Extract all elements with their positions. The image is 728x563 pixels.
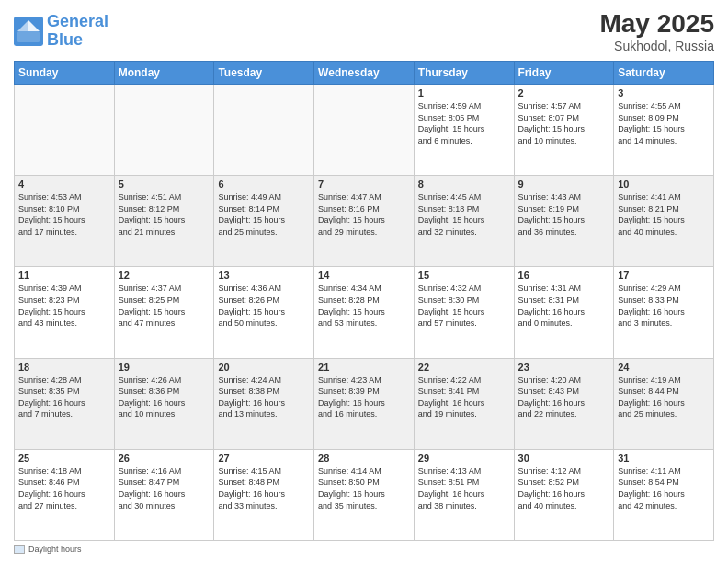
logo-line1: General	[47, 12, 108, 30]
day-number: 3	[618, 87, 710, 98]
calendar-cell	[15, 85, 115, 176]
calendar-footer: Daylight hours	[14, 545, 714, 554]
calendar-week-row: 1Sunrise: 4:59 AM Sunset: 8:05 PM Daylig…	[15, 85, 714, 176]
day-number: 30	[518, 453, 610, 464]
calendar-cell: 24Sunrise: 4:19 AM Sunset: 8:44 PM Dayli…	[614, 358, 714, 449]
day-info: Sunrise: 4:24 AM Sunset: 8:38 PM Dayligh…	[218, 374, 310, 420]
day-number: 16	[518, 270, 610, 281]
calendar-cell: 11Sunrise: 4:39 AM Sunset: 8:23 PM Dayli…	[15, 267, 115, 358]
calendar-cell: 13Sunrise: 4:36 AM Sunset: 8:26 PM Dayli…	[214, 267, 314, 358]
day-info: Sunrise: 4:31 AM Sunset: 8:31 PM Dayligh…	[518, 282, 610, 328]
calendar-cell: 1Sunrise: 4:59 AM Sunset: 8:05 PM Daylig…	[414, 85, 514, 176]
daylight-legend-box	[14, 545, 25, 554]
day-info: Sunrise: 4:22 AM Sunset: 8:41 PM Dayligh…	[418, 374, 510, 420]
calendar-header-row: SundayMondayTuesdayWednesdayThursdayFrid…	[15, 62, 714, 85]
calendar-week-row: 4Sunrise: 4:53 AM Sunset: 8:10 PM Daylig…	[15, 176, 714, 267]
day-info: Sunrise: 4:15 AM Sunset: 8:48 PM Dayligh…	[218, 465, 310, 511]
day-number: 4	[18, 178, 110, 190]
calendar-week-row: 18Sunrise: 4:28 AM Sunset: 8:35 PM Dayli…	[15, 358, 714, 449]
calendar-cell: 21Sunrise: 4:23 AM Sunset: 8:39 PM Dayli…	[314, 358, 415, 449]
day-number: 10	[618, 178, 710, 190]
day-number: 18	[18, 362, 110, 373]
day-info: Sunrise: 4:57 AM Sunset: 8:07 PM Dayligh…	[518, 100, 610, 146]
logo-text: General Blue	[47, 13, 108, 50]
day-number: 19	[119, 362, 210, 373]
day-number: 21	[318, 362, 410, 373]
header: General Blue May 2025 Sukhodol, Russia	[14, 9, 714, 53]
day-number: 15	[418, 270, 510, 281]
day-number: 25	[18, 453, 110, 464]
calendar-cell: 19Sunrise: 4:26 AM Sunset: 8:36 PM Dayli…	[114, 358, 214, 449]
calendar-cell: 29Sunrise: 4:13 AM Sunset: 8:51 PM Dayli…	[414, 449, 514, 540]
day-number: 23	[518, 362, 610, 373]
day-info: Sunrise: 4:39 AM Sunset: 8:23 PM Dayligh…	[18, 282, 110, 328]
day-number: 20	[218, 362, 310, 373]
day-info: Sunrise: 4:26 AM Sunset: 8:36 PM Dayligh…	[119, 374, 210, 420]
day-number: 29	[418, 453, 510, 464]
calendar-cell: 16Sunrise: 4:31 AM Sunset: 8:31 PM Dayli…	[514, 267, 614, 358]
calendar-cell	[214, 85, 314, 176]
day-info: Sunrise: 4:16 AM Sunset: 8:47 PM Dayligh…	[119, 465, 210, 511]
calendar-cell	[314, 85, 415, 176]
day-number: 2	[518, 87, 610, 98]
day-info: Sunrise: 4:23 AM Sunset: 8:39 PM Dayligh…	[318, 374, 410, 420]
day-number: 13	[218, 270, 310, 281]
calendar-cell: 30Sunrise: 4:12 AM Sunset: 8:52 PM Dayli…	[514, 449, 614, 540]
logo-line2: Blue	[47, 30, 83, 49]
day-number: 31	[618, 453, 710, 464]
day-info: Sunrise: 4:14 AM Sunset: 8:50 PM Dayligh…	[318, 465, 410, 511]
day-info: Sunrise: 4:37 AM Sunset: 8:25 PM Dayligh…	[119, 282, 210, 328]
weekday-header: Saturday	[614, 62, 714, 85]
weekday-header: Monday	[114, 62, 214, 85]
calendar-cell: 2Sunrise: 4:57 AM Sunset: 8:07 PM Daylig…	[514, 85, 614, 176]
calendar-cell: 17Sunrise: 4:29 AM Sunset: 8:33 PM Dayli…	[614, 267, 714, 358]
day-number: 11	[18, 270, 110, 281]
day-number: 9	[518, 178, 610, 190]
day-info: Sunrise: 4:13 AM Sunset: 8:51 PM Dayligh…	[418, 465, 510, 511]
day-number: 1	[418, 87, 510, 98]
calendar-cell: 20Sunrise: 4:24 AM Sunset: 8:38 PM Dayli…	[214, 358, 314, 449]
day-info: Sunrise: 4:49 AM Sunset: 8:14 PM Dayligh…	[218, 191, 310, 237]
calendar-cell: 7Sunrise: 4:47 AM Sunset: 8:16 PM Daylig…	[314, 176, 415, 267]
daylight-label: Daylight hours	[28, 545, 82, 554]
main-title: May 2025	[599, 9, 714, 39]
day-info: Sunrise: 4:43 AM Sunset: 8:19 PM Dayligh…	[518, 191, 610, 237]
calendar-week-row: 11Sunrise: 4:39 AM Sunset: 8:23 PM Dayli…	[15, 267, 714, 358]
day-info: Sunrise: 4:29 AM Sunset: 8:33 PM Dayligh…	[618, 282, 710, 328]
day-info: Sunrise: 4:32 AM Sunset: 8:30 PM Dayligh…	[418, 282, 510, 328]
calendar-cell	[114, 85, 214, 176]
day-number: 8	[418, 178, 510, 190]
logo: General Blue	[14, 13, 108, 50]
day-number: 27	[218, 453, 310, 464]
calendar-cell: 26Sunrise: 4:16 AM Sunset: 8:47 PM Dayli…	[114, 449, 214, 540]
calendar-cell: 8Sunrise: 4:45 AM Sunset: 8:18 PM Daylig…	[414, 176, 514, 267]
day-number: 12	[119, 270, 210, 281]
calendar-cell: 14Sunrise: 4:34 AM Sunset: 8:28 PM Dayli…	[314, 267, 415, 358]
day-info: Sunrise: 4:19 AM Sunset: 8:44 PM Dayligh…	[618, 374, 710, 420]
calendar-cell: 12Sunrise: 4:37 AM Sunset: 8:25 PM Dayli…	[114, 267, 214, 358]
page: General Blue May 2025 Sukhodol, Russia S…	[0, 0, 728, 563]
calendar-cell: 25Sunrise: 4:18 AM Sunset: 8:46 PM Dayli…	[15, 449, 115, 540]
calendar-cell: 15Sunrise: 4:32 AM Sunset: 8:30 PM Dayli…	[414, 267, 514, 358]
weekday-header: Thursday	[414, 62, 514, 85]
calendar-cell: 6Sunrise: 4:49 AM Sunset: 8:14 PM Daylig…	[214, 176, 314, 267]
day-number: 5	[119, 178, 210, 190]
weekday-header: Friday	[514, 62, 614, 85]
calendar-cell: 22Sunrise: 4:22 AM Sunset: 8:41 PM Dayli…	[414, 358, 514, 449]
day-number: 22	[418, 362, 510, 373]
calendar-week-row: 25Sunrise: 4:18 AM Sunset: 8:46 PM Dayli…	[15, 449, 714, 540]
weekday-header: Sunday	[15, 62, 115, 85]
day-info: Sunrise: 4:11 AM Sunset: 8:54 PM Dayligh…	[618, 465, 710, 511]
day-info: Sunrise: 4:12 AM Sunset: 8:52 PM Dayligh…	[518, 465, 610, 511]
weekday-header: Tuesday	[214, 62, 314, 85]
day-info: Sunrise: 4:59 AM Sunset: 8:05 PM Dayligh…	[418, 100, 510, 146]
calendar-cell: 18Sunrise: 4:28 AM Sunset: 8:35 PM Dayli…	[15, 358, 115, 449]
day-number: 14	[318, 270, 410, 281]
day-number: 7	[318, 178, 410, 190]
calendar-cell: 9Sunrise: 4:43 AM Sunset: 8:19 PM Daylig…	[514, 176, 614, 267]
day-info: Sunrise: 4:55 AM Sunset: 8:09 PM Dayligh…	[618, 100, 710, 146]
svg-rect-3	[17, 31, 40, 42]
calendar-cell: 28Sunrise: 4:14 AM Sunset: 8:50 PM Dayli…	[314, 449, 415, 540]
day-info: Sunrise: 4:34 AM Sunset: 8:28 PM Dayligh…	[318, 282, 410, 328]
day-info: Sunrise: 4:20 AM Sunset: 8:43 PM Dayligh…	[518, 374, 610, 420]
